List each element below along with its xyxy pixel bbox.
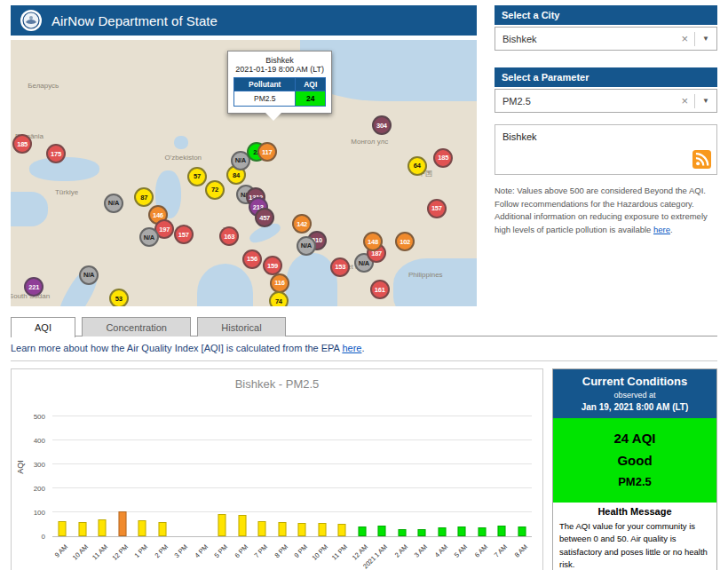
chart-bar-4am[interactable]: [438, 527, 446, 536]
clear-icon[interactable]: ×: [675, 32, 694, 45]
note-link[interactable]: here: [653, 225, 670, 234]
popup-aqi-value: 24: [296, 91, 326, 107]
x-axis-tick: 11 PM: [330, 542, 349, 561]
aqi-map-marker[interactable]: 57: [187, 167, 207, 186]
x-axis-tick: 5 PM: [213, 542, 230, 559]
current-aqi-pollutant: PM2.5: [557, 475, 713, 488]
learn-more-link[interactable]: here: [342, 343, 361, 353]
tab-aqi[interactable]: AQI: [11, 317, 75, 337]
tab-concentration[interactable]: Concentration: [82, 317, 191, 336]
x-axis-tick: 10 PM: [310, 542, 329, 562]
note-text: Note: Values above 500 are considered Be…: [495, 186, 708, 234]
chart-bar-2pm[interactable]: [158, 522, 166, 536]
chart-bar-10pm[interactable]: [318, 523, 326, 536]
aqi-map-marker[interactable]: 148: [363, 232, 383, 251]
caret-down-icon[interactable]: ▼: [695, 35, 716, 43]
aqi-map-marker[interactable]: 161: [370, 280, 390, 299]
aqi-map-marker[interactable]: N/A: [297, 236, 316, 256]
aqi-map-marker[interactable]: 304: [372, 115, 392, 135]
water-south-china-sea: [393, 258, 478, 306]
aqi-map-marker[interactable]: 87: [134, 187, 154, 207]
beyond-aqi-note: Note: Values above 500 are considered Be…: [495, 185, 717, 237]
aqi-map-marker[interactable]: 116: [270, 273, 289, 293]
x-axis-tick: 8 AM: [512, 542, 528, 558]
chart-bar-12pm[interactable]: [118, 511, 126, 536]
aqi-map-marker[interactable]: 157: [174, 225, 194, 244]
chart-bar-11am[interactable]: [99, 519, 107, 536]
aqi-map-marker[interactable]: 185: [433, 148, 453, 168]
y-axis: 0100200300400500: [12, 405, 51, 536]
map-place-label: Türkiye: [55, 188, 78, 196]
app-header: AirNow Department of State: [11, 5, 477, 36]
chart-bar-1am[interactable]: [378, 526, 386, 536]
aqi-map-marker[interactable]: 102: [395, 232, 415, 251]
chart-bar-6am[interactable]: [478, 527, 486, 536]
x-axis-tick: 1 PM: [133, 542, 150, 559]
chart-bar-10am[interactable]: [78, 522, 86, 536]
x-axis-tick: 7 PM: [253, 542, 270, 559]
divider: [11, 360, 717, 361]
aqi-map-marker[interactable]: 153: [330, 257, 350, 277]
feed-box: Bishkek: [495, 124, 717, 175]
popup-col-pollutant: Pollutant: [234, 78, 296, 91]
water-aral-sea: [174, 136, 188, 149]
chart-bar-9pm[interactable]: [298, 523, 306, 536]
chart-bar-5am[interactable]: [458, 526, 466, 536]
aqi-map-marker[interactable]: 457: [255, 208, 274, 227]
chart-bar-5pm[interactable]: [218, 514, 226, 536]
x-axis-tick: 4 PM: [193, 542, 210, 559]
clear-icon[interactable]: ×: [675, 94, 694, 107]
aqi-map-marker[interactable]: 117: [257, 142, 277, 162]
aqi-map-marker[interactable]: 72: [205, 180, 225, 200]
chart-bar-6pm[interactable]: [238, 515, 246, 536]
chart-bar-8pm[interactable]: [278, 522, 286, 536]
tab-historical[interactable]: Historical: [197, 317, 285, 336]
y-axis-tick: 0: [42, 533, 45, 541]
parameter-select-value: PM2.5: [495, 96, 675, 107]
aqi-map-marker[interactable]: 74: [269, 291, 289, 306]
map-place-label: Philippines: [408, 271, 443, 279]
current-aqi-block: 24 AQI Good PM2.5: [553, 418, 716, 503]
aqi-map-marker[interactable]: 221: [24, 277, 44, 297]
x-axis-tick: 6 AM: [472, 542, 488, 558]
chart-bar-11pm[interactable]: [338, 524, 346, 536]
current-conditions-panel: Current Conditions observed at Jan 19, 2…: [552, 368, 717, 570]
chart-bar-7am[interactable]: [498, 526, 506, 536]
popup-pollutant-value: PM2.5: [234, 91, 296, 107]
select-parameter-header: Select a Parameter: [495, 67, 717, 87]
rss-icon[interactable]: [692, 150, 711, 169]
chart-bar-7pm[interactable]: [258, 521, 266, 536]
observed-at-datetime: Jan 19, 2021 8:00 AM (LT): [557, 402, 713, 412]
aqi-map-marker[interactable]: N/A: [104, 194, 123, 213]
aqi-chart: Bishkek - PM2.5 AQI 0100200300400500 9 A…: [11, 368, 543, 570]
aqi-map-marker[interactable]: 185: [12, 134, 32, 154]
popup-city: Bishkek: [233, 56, 326, 65]
aqi-map-marker[interactable]: 163: [219, 226, 239, 246]
aqi-map-marker[interactable]: N/A: [139, 227, 159, 247]
chart-bar-3am[interactable]: [418, 529, 426, 536]
aqi-map-marker[interactable]: 53: [109, 289, 129, 306]
x-axis-tick: 2 AM: [392, 542, 408, 558]
chart-bar-9am[interactable]: [59, 521, 67, 536]
y-axis-tick: 500: [34, 413, 45, 421]
aqi-map-marker[interactable]: 157: [427, 199, 447, 218]
caret-down-icon[interactable]: ▼: [695, 97, 716, 105]
x-axis-tick: 11 AM: [91, 542, 109, 561]
aqi-map-marker[interactable]: 159: [263, 256, 282, 275]
learn-more-line: Learn more about how the Air Quality Ind…: [11, 343, 364, 353]
aqi-map-marker[interactable]: 64: [408, 156, 427, 176]
map[interactable]: Bishkek 2021-01-19 8:00 AM (LT) Pollutan…: [11, 40, 477, 306]
chart-bar-1pm[interactable]: [138, 520, 146, 536]
aqi-map-marker[interactable]: N/A: [79, 265, 99, 285]
current-conditions-title: Current Conditions: [557, 375, 713, 388]
chart-bar-12am[interactable]: [358, 526, 366, 536]
aqi-map-marker[interactable]: 156: [242, 249, 262, 269]
chart-bar-8am[interactable]: [518, 526, 526, 536]
map-place-label: Беларусь: [28, 82, 59, 90]
chart-bar-2am[interactable]: [398, 529, 406, 536]
aqi-map-marker[interactable]: 142: [292, 214, 312, 234]
tab-bar: AQI Concentration Historical: [11, 316, 717, 336]
city-select[interactable]: Bishkek × ▼: [495, 27, 717, 51]
aqi-map-marker[interactable]: 175: [46, 144, 66, 163]
parameter-select[interactable]: PM2.5 × ▼: [495, 89, 717, 113]
